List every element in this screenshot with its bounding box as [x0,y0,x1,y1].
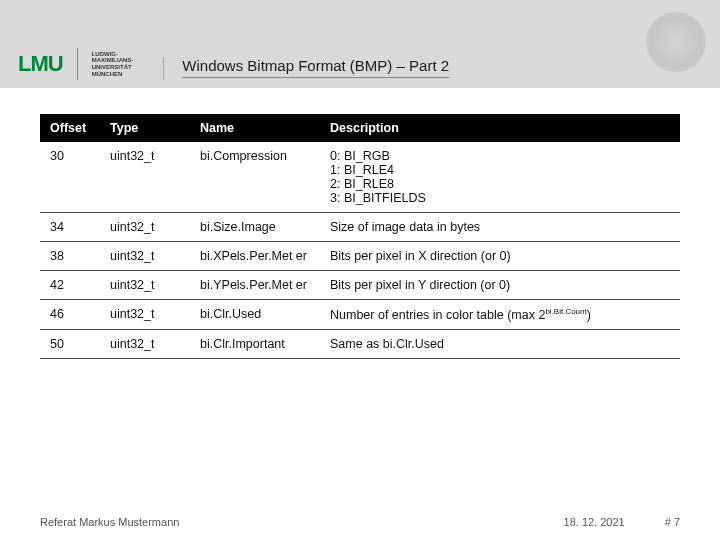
desc-pre: Number of entries in color table (max 2 [330,308,545,322]
cell-desc: Bits per pixel in X direction (or 0) [320,242,680,271]
logo-subtext: LUDWIG- MAXIMILIANS- UNIVERSITÄT MÜNCHEN [92,51,134,77]
footer: Referat Markus Mustermann 18. 12. 2021 #… [0,516,720,528]
cell-desc: Number of entries in color table (max 2b… [320,300,680,330]
cell-offset: 42 [40,271,100,300]
cell-desc: Same as bi.Clr.Used [320,330,680,359]
cell-type: uint32_t [100,142,190,213]
logo-block: LMU LUDWIG- MAXIMILIANS- UNIVERSITÄT MÜN… [18,48,133,80]
cell-offset: 46 [40,300,100,330]
cell-name: bi.Clr.Important [190,330,320,359]
cell-offset: 34 [40,213,100,242]
cell-name: bi.YPels.Per.Met er [190,271,320,300]
cell-type: uint32_t [100,330,190,359]
footer-page: # 7 [665,516,680,528]
cell-desc: 0: BI_RGB 1: BI_RLE4 2: BI_RLE8 3: BI_BI… [320,142,680,213]
cell-type: uint32_t [100,213,190,242]
footer-right: 18. 12. 2021 # 7 [564,516,680,528]
cell-desc: Bits per pixel in Y direction (or 0) [320,271,680,300]
cell-offset: 30 [40,142,100,213]
table-row: 38 uint32_t bi.XPels.Per.Met er Bits per… [40,242,680,271]
th-description: Description [320,114,680,142]
cell-offset: 38 [40,242,100,271]
content-area: Offset Type Name Description 30 uint32_t… [0,88,720,540]
table-row: 42 uint32_t bi.YPels.Per.Met er Bits per… [40,271,680,300]
th-name: Name [190,114,320,142]
footer-left: Referat Markus Mustermann [40,516,179,528]
cell-desc: Size of image data in bytes [320,213,680,242]
table-body: 30 uint32_t bi.Compression 0: BI_RGB 1: … [40,142,680,359]
cell-type: uint32_t [100,271,190,300]
header-band: LMU LUDWIG- MAXIMILIANS- UNIVERSITÄT MÜN… [0,0,720,88]
seal-icon [646,12,706,72]
cell-offset: 50 [40,330,100,359]
cell-type: uint32_t [100,242,190,271]
table-row: 46 uint32_t bi.Clr.Used Number of entrie… [40,300,680,330]
cell-name: bi.XPels.Per.Met er [190,242,320,271]
table-row: 34 uint32_t bi.Size.Image Size of image … [40,213,680,242]
bmp-table: Offset Type Name Description 30 uint32_t… [40,114,680,359]
th-offset: Offset [40,114,100,142]
cell-type: uint32_t [100,300,190,330]
cell-name: bi.Compression [190,142,320,213]
slide-title: Windows Bitmap Format (BMP) – Part 2 [182,57,449,78]
desc-sup: bi.Bit.Count [545,307,586,316]
slide: LMU LUDWIG- MAXIMILIANS- UNIVERSITÄT MÜN… [0,0,720,540]
cell-name: bi.Clr.Used [190,300,320,330]
table-row: 30 uint32_t bi.Compression 0: BI_RGB 1: … [40,142,680,213]
title-area: Windows Bitmap Format (BMP) – Part 2 [163,57,702,80]
table-header-row: Offset Type Name Description [40,114,680,142]
cell-name: bi.Size.Image [190,213,320,242]
th-type: Type [100,114,190,142]
footer-date: 18. 12. 2021 [564,516,625,528]
logo-text: LMU [18,51,63,77]
divider-icon [77,48,78,80]
table-row: 50 uint32_t bi.Clr.Important Same as bi.… [40,330,680,359]
desc-post: ) [587,308,591,322]
